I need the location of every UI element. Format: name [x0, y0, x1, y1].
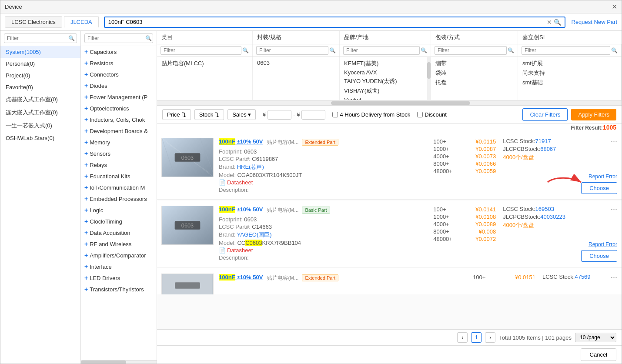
mid-nav-item-rf[interactable]: +RF and Wireless	[81, 238, 157, 250]
product-title-3[interactable]: 100nF ±10% 50V	[219, 274, 263, 281]
mid-nav-item-relays[interactable]: +Relays	[81, 159, 157, 170]
brand-link-2[interactable]: YAGEO(国巨)	[237, 231, 272, 238]
brand-value-vishay[interactable]: VISHAY(威世)	[344, 86, 426, 96]
price-sort-button[interactable]: Price ⇅	[162, 109, 191, 120]
brand-filter-input[interactable]	[343, 46, 420, 55]
product-list: 0603 100nF ±10% 50V 贴片电容(M... E	[157, 133, 622, 329]
packaging-value-daizhuang[interactable]: 袋装	[435, 68, 513, 78]
report-error-link-1[interactable]: Report Error	[589, 174, 617, 180]
jlcpcb-stock-link-2[interactable]: 40030223	[540, 214, 565, 220]
product-datasheet-1: 📄 Datasheet	[219, 179, 425, 186]
mid-nav-item-embedded[interactable]: +Embedded Processors	[81, 193, 157, 204]
mid-nav-item-devboards[interactable]: +Development Boards &	[81, 125, 157, 137]
delivery-checkbox[interactable]	[332, 112, 338, 117]
apply-filters-button[interactable]: Apply Filters	[571, 109, 616, 120]
brand-value-venkel[interactable]: Venkel	[344, 96, 426, 100]
mid-nav-item-edu[interactable]: +Educational Kits	[81, 170, 157, 182]
mid-nav-item-interface[interactable]: +Interface	[81, 261, 157, 272]
next-page-button[interactable]: ›	[485, 332, 495, 343]
jlc-filter-input[interactable]	[522, 46, 610, 55]
packaging-filter-input[interactable]	[435, 46, 507, 55]
lcsc-stock-link-3[interactable]: 47569	[575, 274, 590, 280]
request-new-part-button[interactable]: Request New Part	[572, 19, 618, 25]
tab-jlceda[interactable]: JLCEDA	[64, 16, 99, 28]
mid-nav-item-transistors[interactable]: +Transistors/Thyristors	[81, 284, 157, 295]
clear-filters-button[interactable]: Clear Filters	[522, 108, 568, 121]
mid-nav-item-memory[interactable]: +Memory	[81, 137, 157, 148]
cat-value-mlcc[interactable]: 贴片电容(MLCC)	[161, 59, 248, 68]
more-button-1[interactable]: ···	[611, 137, 617, 146]
brand-value-kyocera[interactable]: Kyocera AVX	[344, 68, 426, 77]
discount-checkbox[interactable]	[417, 112, 423, 117]
delivery-checkbox-label[interactable]: 4 Hours Delivery from Stock	[332, 111, 410, 118]
more-button-3[interactable]: ···	[611, 273, 617, 282]
cancel-button[interactable]: Cancel	[581, 348, 616, 361]
stock-sort-button[interactable]: Stock ⇅	[194, 109, 224, 120]
brand-value-kemet[interactable]: KEMET(基美)	[344, 59, 426, 68]
mid-nav-item-data-acq[interactable]: +Data Acquisition	[81, 227, 157, 238]
clear-search-icon[interactable]: ✕	[547, 19, 552, 26]
mid-nav-item-clock[interactable]: +Clock/Timing	[81, 216, 157, 227]
close-button[interactable]: ✕	[612, 3, 617, 11]
left-nav-item-project[interactable]: Project(0)	[0, 70, 80, 81]
sales-sort-button[interactable]: Sales ▾	[227, 109, 256, 120]
packaging-value-tupan[interactable]: 托盘	[435, 78, 513, 87]
left-nav-item-lianda[interactable]: 连大嵌入式工作室(0)	[0, 106, 80, 119]
jlcpcb-stock-link-1[interactable]: 68067	[540, 146, 556, 152]
mid-scrollbar[interactable]	[81, 360, 157, 364]
discount-checkbox-label[interactable]: Discount	[417, 111, 447, 118]
jlc-value-smt-basic[interactable]: smt基础	[522, 78, 617, 87]
mid-nav-item-led[interactable]: +LED Drivers	[81, 272, 157, 284]
left-nav-item-system[interactable]: System(1005)	[0, 46, 80, 58]
per-page-select[interactable]: 10 /page20 /page50 /page	[575, 333, 616, 342]
brand-link-1[interactable]: HRE(芯声)	[237, 164, 264, 170]
h-scrollbar[interactable]	[157, 100, 622, 106]
mid-nav-item-resistors[interactable]: +Resistors	[81, 57, 157, 69]
price-min-input[interactable]	[268, 110, 291, 120]
cat-filter-input[interactable]	[161, 46, 241, 55]
mid-nav-item-logic[interactable]: +Logic	[81, 204, 157, 216]
datasheet-link-2[interactable]: 📄 Datasheet	[219, 247, 253, 254]
left-nav-item-dianji[interactable]: 点基嵌入式工作室(0)	[0, 93, 80, 106]
datasheet-link-1[interactable]: 📄 Datasheet	[219, 179, 253, 186]
more-button-2[interactable]: ···	[611, 205, 617, 214]
report-error-link-2[interactable]: Report Error	[589, 241, 617, 247]
mid-nav-item-capacitors[interactable]: +Capacitors	[81, 46, 157, 57]
packaging-value-biandai[interactable]: 编带	[435, 59, 513, 68]
product-thumb-3[interactable]	[161, 274, 214, 294]
mid-nav-item-power[interactable]: +Power Management (P	[81, 91, 157, 103]
price-max-input[interactable]	[301, 110, 325, 120]
lcsc-stock-link-1[interactable]: 71917	[535, 138, 551, 144]
search-input[interactable]	[108, 19, 545, 25]
product-thumb-2[interactable]: 0603	[161, 206, 214, 245]
pkg-value-0603[interactable]: 0603	[257, 59, 335, 67]
mid-nav-item-diodes[interactable]: +Diodes	[81, 80, 157, 91]
choose-button-2[interactable]: Choose	[581, 250, 617, 262]
jlc-value-not-support[interactable]: 尚未支持	[522, 68, 617, 78]
mid-nav-item-connectors[interactable]: +Connectors	[81, 69, 157, 80]
mid-nav-item-iot[interactable]: +IoT/Communication M	[81, 182, 157, 193]
mid-nav-item-inductors[interactable]: +Inductors, Coils, Chok	[81, 114, 157, 125]
left-nav-item-personal[interactable]: Personal(0)	[0, 58, 80, 70]
mid-nav-item-opto[interactable]: +Optoelectronics	[81, 103, 157, 114]
mid-nav-item-sensors[interactable]: +Sensors	[81, 148, 157, 159]
left-nav-item-yisheng[interactable]: 一生一芯嵌入式(0)	[0, 119, 80, 132]
product-title-1[interactable]: 100nF ±10% 50V	[219, 138, 263, 145]
pkg-filter-input[interactable]	[256, 46, 328, 55]
mid-nav-item-amp[interactable]: +Amplifiers/Comparator	[81, 250, 157, 261]
mid-filter-input[interactable]	[84, 33, 153, 43]
product-thumb-1[interactable]: 0603	[161, 138, 214, 177]
jlc-value-smt-expand[interactable]: smt扩展	[522, 59, 617, 68]
brand-value-taiyo[interactable]: TAIYO YUDEN(太诱)	[344, 77, 426, 86]
search-icon[interactable]: 🔍	[554, 19, 561, 26]
left-nav-item-favorite[interactable]: Favorite(0)	[0, 81, 80, 93]
prev-page-button[interactable]: ‹	[457, 332, 468, 343]
left-nav-item-oshwlab[interactable]: OSHWLab Stars(0)	[0, 132, 80, 144]
product-title-2[interactable]: 100nF ±10% 50V	[219, 206, 263, 213]
brand-scrollbar[interactable]	[427, 57, 431, 100]
left-filter-input[interactable]	[4, 33, 77, 43]
lcsc-stock-link-2[interactable]: 169503	[535, 206, 554, 212]
tab-lcsc[interactable]: LCSC Electronics	[5, 16, 62, 28]
pagination-bar: ‹ 1 › Total 1005 Items | 101 pages 10 /p…	[157, 329, 622, 345]
choose-button-1[interactable]: Choose	[581, 182, 617, 194]
